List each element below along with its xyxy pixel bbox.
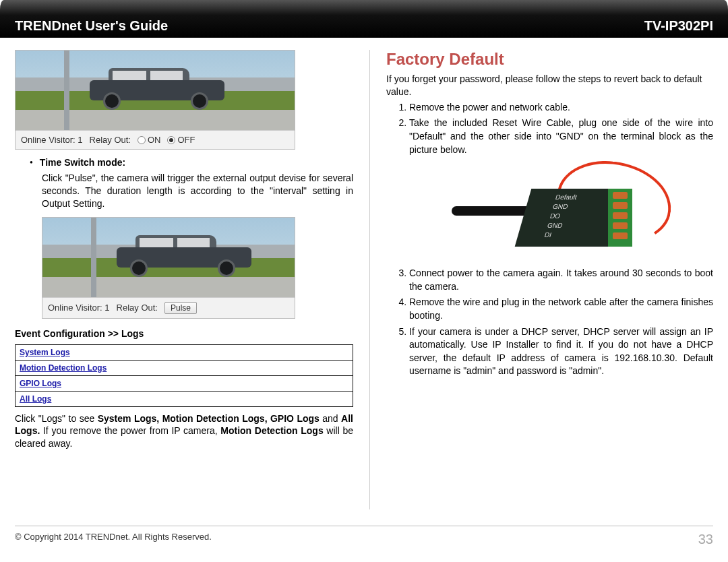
step-5: If your camera is under a DHCP server, D… (409, 325, 713, 378)
cable-icon (452, 206, 533, 216)
visitor-label: Online Visitor: 1 (21, 135, 83, 145)
log-link-gpio[interactable]: GPIO Logs (20, 379, 61, 388)
time-switch-title: Time Switch mode: (40, 156, 125, 169)
step-3: Connect power to the camera again. It ta… (409, 267, 713, 293)
time-switch-body: Click "Pulse", the camera will trigger t… (42, 172, 353, 210)
log-link-all[interactable]: All Logs (20, 394, 51, 404)
camera-preview-onoff: Online Visitor: 1 Relay Out: ON OFF (15, 50, 295, 150)
column-separator (369, 50, 370, 509)
page-header: TRENDnet User's Guide TV-IP302PI (0, 0, 728, 38)
page-footer: © Copyright 2014 TRENDnet. All Rights Re… (15, 526, 713, 547)
camera-image (16, 51, 295, 130)
steps-list: Remove the power and network cable. Take… (386, 101, 713, 156)
time-switch-bullet: Time Switch mode: (30, 156, 353, 169)
logs-paragraph: Click "Logs" to see System Logs, Motion … (15, 412, 353, 451)
relay-on-radio[interactable]: ON (138, 135, 161, 145)
copyright: © Copyright 2014 TRENDnet. All Rights Re… (15, 532, 212, 547)
model-number: TV-IP302PI (644, 18, 713, 34)
guide-title: TRENDnet User's Guide (15, 18, 168, 34)
relay-label: Relay Out: (117, 303, 158, 313)
status-bar: Online Visitor: 1 Relay Out: ON OFF (16, 130, 295, 149)
left-column: Online Visitor: 1 Relay Out: ON OFF Time… (15, 50, 353, 509)
terminal-screws-icon (608, 189, 632, 247)
step-2: Take the included Reset Wire Cable, plug… (409, 117, 713, 156)
visitor-label: Online Visitor: 1 (48, 303, 110, 313)
right-column: Factory Default If you forget your passw… (386, 50, 713, 509)
factory-default-heading: Factory Default (386, 50, 713, 69)
step-4: Remove the wire and plug in the network … (409, 296, 713, 322)
relay-label: Relay Out: (90, 135, 131, 145)
terminal-block-diagram: Default GND DO GND DI (449, 166, 651, 260)
log-link-motion[interactable]: Motion Detection Logs (20, 363, 107, 373)
relay-off-radio[interactable]: OFF (167, 135, 195, 145)
factory-default-intro: If you forget your password, please foll… (386, 73, 713, 98)
status-bar: Online Visitor: 1 Relay Out: Pulse (42, 297, 295, 318)
steps-list-cont: Connect power to the camera again. It ta… (386, 267, 713, 378)
camera-preview-pulse: Online Visitor: 1 Relay Out: Pulse (42, 217, 295, 319)
step-1: Remove the power and network cable. (409, 101, 713, 115)
pulse-button[interactable]: Pulse (164, 302, 197, 314)
page-number: 33 (698, 532, 713, 547)
logs-table: System Logs Motion Detection Logs GPIO L… (15, 344, 353, 407)
log-link-system[interactable]: System Logs (20, 348, 70, 357)
camera-image (42, 218, 295, 297)
logs-heading: Event Configuration >> Logs (15, 328, 353, 339)
